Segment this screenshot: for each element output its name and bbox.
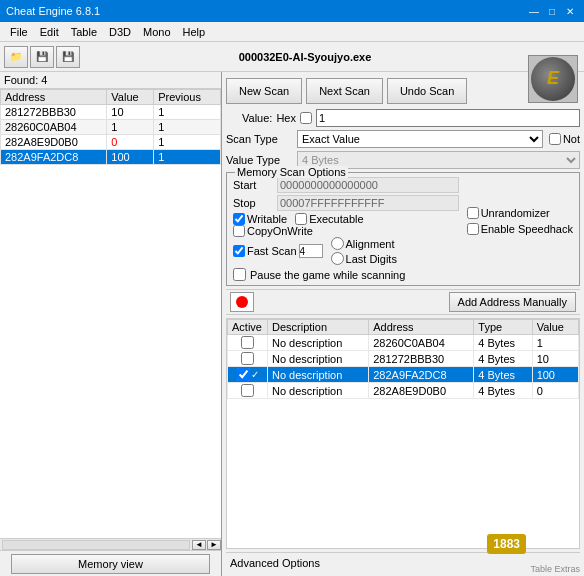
lastdigits-radio-btn[interactable] — [331, 252, 344, 265]
fastscan-input[interactable] — [299, 244, 323, 258]
fastscan-label: Fast Scan — [247, 245, 297, 257]
menu-table[interactable]: Table — [65, 24, 103, 40]
addr-table: Active Description Address Type Value No… — [227, 319, 579, 399]
scan-opt-right: Unrandomizer Enable Speedhack — [467, 177, 573, 265]
not-check-container: Not — [549, 133, 580, 145]
next-scan-button[interactable]: Next Scan — [306, 78, 383, 104]
cell-previous: 1 — [154, 135, 221, 150]
alignment-radio: Alignment — [331, 237, 397, 250]
not-checkbox[interactable] — [549, 133, 561, 145]
active-cell — [228, 351, 268, 367]
active-cell — [228, 383, 268, 399]
scantype-label: Scan Type — [226, 133, 291, 145]
new-scan-button[interactable]: New Scan — [226, 78, 302, 104]
maximize-button[interactable]: □ — [544, 4, 560, 18]
addr-row[interactable]: No description 281272BBB30 4 Bytes 10 — [228, 351, 579, 367]
menu-help[interactable]: Help — [177, 24, 212, 40]
memory-view-button[interactable]: Memory view — [11, 554, 210, 574]
active-checkbox[interactable] — [241, 352, 254, 365]
writable-checkbox[interactable] — [233, 213, 245, 225]
stop-input[interactable] — [277, 195, 459, 211]
scroll-right-btn[interactable]: ► — [207, 540, 221, 550]
menu-edit[interactable]: Edit — [34, 24, 65, 40]
stop-button[interactable] — [230, 292, 254, 312]
writable-check: Writable — [233, 213, 287, 225]
addr-table-container[interactable]: Active Description Address Type Value No… — [226, 318, 580, 549]
stop-label: Stop — [233, 197, 273, 209]
menu-d3d[interactable]: D3D — [103, 24, 137, 40]
table-extras: Table Extras — [530, 564, 580, 574]
executable-label: Executable — [309, 213, 363, 225]
type-cell: 4 Bytes — [474, 335, 532, 351]
desc-cell: No description — [268, 367, 369, 383]
scroll-left-btn[interactable]: ◄ — [192, 540, 206, 550]
copyonwrite-checkbox[interactable] — [233, 225, 245, 237]
active-checkbox[interactable] — [237, 368, 250, 381]
fastscan-check: Fast Scan — [233, 244, 323, 258]
cell-previous: 1 — [154, 150, 221, 165]
addr-row[interactable]: No description 28260C0AB04 4 Bytes 1 — [228, 335, 579, 351]
value-input[interactable] — [316, 109, 580, 127]
speedhack-checkbox[interactable] — [467, 223, 479, 235]
scantype-select[interactable]: Exact Value — [297, 130, 543, 148]
alignment-group: Alignment Last Digits — [331, 237, 397, 265]
scan-options-inner: Start Stop Writable E — [233, 177, 573, 265]
cell-address: 282A9FA2DC8 — [1, 150, 107, 165]
minimize-button[interactable]: — — [526, 4, 542, 18]
hex-label: Hex — [276, 112, 296, 124]
lastdigits-label: Last Digits — [346, 253, 397, 265]
menu-file[interactable]: File — [4, 24, 34, 40]
toolbar-btn-2[interactable]: 💾 — [30, 46, 54, 68]
main-content: Found: 4 Address Value Previous 281272BB… — [0, 72, 584, 576]
unrandomizer-checkbox[interactable] — [467, 207, 479, 219]
cell-address: 281272BBB30 — [1, 105, 107, 120]
lastdigits-radio: Last Digits — [331, 252, 397, 265]
pause-checkbox[interactable] — [233, 268, 246, 281]
col-active: Active — [228, 320, 268, 335]
active-checkbox[interactable] — [241, 336, 254, 349]
pause-row: Pause the game while scanning — [233, 268, 573, 281]
found-label: Found: 4 — [0, 72, 221, 89]
cell-value: 10 — [107, 105, 154, 120]
start-label: Start — [233, 179, 273, 191]
scan-table: Address Value Previous 281272BBB30 10 1 … — [0, 89, 221, 165]
table-row[interactable]: 28260C0AB04 1 1 — [1, 120, 221, 135]
scan-table-scrollbar[interactable]: ◄ ► — [0, 538, 221, 550]
copyonwrite-label: CopyOnWrite — [247, 225, 313, 237]
undo-scan-button[interactable]: Undo Scan — [387, 78, 467, 104]
hex-checkbox[interactable] — [300, 112, 312, 124]
left-panel: Found: 4 Address Value Previous 281272BB… — [0, 72, 222, 576]
menu-mono[interactable]: Mono — [137, 24, 177, 40]
add-address-button[interactable]: Add Address Manually — [449, 292, 576, 312]
table-row[interactable]: 282A9FA2DC8 100 1 — [1, 150, 221, 165]
scan-table-container[interactable]: Address Value Previous 281272BBB30 10 1 … — [0, 89, 221, 538]
addr-row[interactable]: No description 282A8E9D0B0 4 Bytes 0 — [228, 383, 579, 399]
check-x-icon: ✓ — [251, 369, 259, 380]
writable-label: Writable — [247, 213, 287, 225]
toolbar-btn-3[interactable]: 💾 — [56, 46, 80, 68]
toolbar-btn-1[interactable]: 📁 — [4, 46, 28, 68]
table-row[interactable]: 281272BBB30 10 1 — [1, 105, 221, 120]
active-checkbox[interactable] — [241, 384, 254, 397]
address-cell: 28260C0AB04 — [369, 335, 474, 351]
advanced-options-bar[interactable]: Advanced Options — [226, 552, 580, 572]
value-cell: 100 — [532, 367, 578, 383]
cell-previous: 1 — [154, 105, 221, 120]
start-row: Start — [233, 177, 459, 193]
pause-label: Pause the game while scanning — [250, 269, 405, 281]
copyonwrite-check: CopyOnWrite — [233, 225, 313, 237]
advanced-options-label: Advanced Options — [230, 557, 320, 569]
fastscan-checkbox[interactable] — [233, 245, 245, 257]
speedhack-label: Enable Speedhack — [481, 223, 573, 235]
desc-cell: No description — [268, 335, 369, 351]
cell-value: 100 — [107, 150, 154, 165]
addr-row[interactable]: ✓ No description 282A9FA2DC8 4 Bytes 100 — [228, 367, 579, 383]
start-input[interactable] — [277, 177, 459, 193]
close-button[interactable]: ✕ — [562, 4, 578, 18]
col-value: Value — [532, 320, 578, 335]
stop-icon — [236, 296, 248, 308]
executable-check: Executable — [295, 213, 363, 225]
executable-checkbox[interactable] — [295, 213, 307, 225]
table-row[interactable]: 282A8E9D0B0 0 1 — [1, 135, 221, 150]
alignment-radio-btn[interactable] — [331, 237, 344, 250]
